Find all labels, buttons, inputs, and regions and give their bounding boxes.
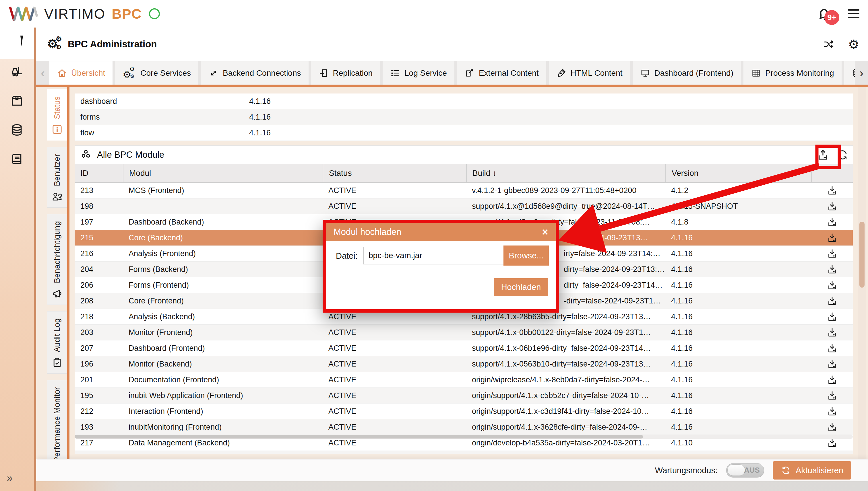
- module-row-212[interactable]: 212Interaction (Frontend)ACTIVEorigin/su…: [75, 404, 853, 419]
- component-row[interactable]: dashboard4.1.16: [75, 93, 853, 109]
- download-icon: [827, 374, 838, 385]
- module-table-header: IDModulStatusBuild ↓Version: [75, 164, 853, 183]
- dialog-titlebar: Modul hochladen ×: [326, 223, 556, 241]
- refresh-icon[interactable]: [836, 149, 849, 161]
- module-row-219[interactable]: 219Data Management (Backend)ACTIVEorigin…: [75, 451, 853, 454]
- column-header-actions[interactable]: [811, 164, 853, 182]
- vertical-scrollbar-thumb[interactable]: [859, 222, 865, 288]
- accent-rule: [36, 85, 868, 87]
- download-icon[interactable]: [827, 232, 838, 243]
- download-icon[interactable]: [827, 311, 838, 322]
- expand-icon: [208, 68, 219, 78]
- tabs-scroll-right-button[interactable]: ›: [855, 61, 868, 85]
- download-icon[interactable]: [827, 390, 838, 401]
- download-icon[interactable]: [827, 280, 838, 291]
- download-icon[interactable]: [827, 406, 838, 417]
- tab-external-content[interactable]: External Content: [457, 61, 546, 85]
- database-icon[interactable]: [10, 123, 24, 137]
- menu-icon[interactable]: [847, 8, 861, 20]
- horizontal-scrollbar-thumb[interactable]: [75, 435, 643, 438]
- footer-bar: Wartungsmodus: AUS Aktualisieren: [37, 459, 868, 481]
- notifications-button[interactable]: 9+: [815, 4, 835, 24]
- download-icon[interactable]: [827, 185, 838, 196]
- cell-modul: Forms (Frontend): [123, 281, 323, 290]
- column-header-status[interactable]: Status: [323, 164, 466, 182]
- module-row-201[interactable]: 201Documentation (Frontend)ACTIVEorigin/…: [75, 372, 853, 388]
- tab-core-services[interactable]: ⚙⚙⚙Core Services: [115, 61, 198, 85]
- module-row-195[interactable]: 195inubit Web Application (Frontend)ACTI…: [75, 388, 853, 404]
- download-icon[interactable]: [827, 453, 838, 454]
- component-row[interactable]: flow4.1.16: [75, 125, 853, 141]
- tab-label: Process Monitoring: [765, 68, 834, 78]
- download-icon[interactable]: [827, 295, 838, 306]
- cell-version: 4.1.16: [666, 359, 811, 369]
- tab-label: Core Services: [140, 68, 191, 78]
- bpc-admin-app: VIRTIMO BPC 9+ » ⚙⚙⚙ BPC Admin: [0, 0, 868, 491]
- settings-gear-icon[interactable]: ⚙: [848, 37, 859, 52]
- side-tab-audit-log[interactable]: Audit Log: [47, 311, 67, 374]
- megaphone-icon: [51, 288, 63, 299]
- cell-status: ACTIVE: [323, 407, 466, 416]
- package-icon[interactable]: [10, 93, 24, 108]
- module-row-213[interactable]: 213MCS (Frontend)ACTIVEv.4.1.2-1-gbbec08…: [75, 183, 853, 199]
- cell-modul: Analysis (Frontend): [123, 249, 323, 258]
- cell-status: ACTIVE: [323, 438, 466, 447]
- download-icon: [827, 422, 838, 433]
- maintenance-mode-toggle[interactable]: AUS: [726, 463, 764, 478]
- download-icon[interactable]: [827, 374, 838, 385]
- cell-version: 4.1.8: [666, 218, 811, 227]
- module-row-193[interactable]: 193inubitMonitoring (Frontend)ACTIVEorig…: [75, 419, 853, 435]
- file-name-input[interactable]: [363, 247, 509, 264]
- column-header-id[interactable]: ID: [75, 164, 123, 182]
- refresh-button[interactable]: Aktualisieren: [773, 461, 851, 480]
- tab-process-monitoring[interactable]: Process Monitoring: [743, 61, 842, 85]
- download-icon[interactable]: [827, 201, 838, 212]
- module-row-198[interactable]: 198ACTIVEsupport/4.1.x@1d568e9@dirty=tru…: [75, 199, 853, 214]
- cubes-icon: [80, 149, 92, 161]
- component-row[interactable]: forms4.1.16: [75, 109, 853, 125]
- download-icon: [827, 358, 838, 369]
- side-tab-status[interactable]: Status: [47, 89, 67, 141]
- module-row-207[interactable]: 207Dashboard (Frontend)ACTIVEsupport/4.1…: [75, 341, 853, 356]
- page-bottom-strip: [0, 481, 868, 491]
- column-header-version[interactable]: Version: [666, 164, 811, 182]
- shuffle-icon[interactable]: [822, 37, 836, 51]
- download-icon[interactable]: [827, 422, 838, 433]
- cell-id: 196: [75, 359, 123, 369]
- toggle-state-label: AUS: [744, 466, 760, 475]
- cell-id: 218: [75, 312, 123, 321]
- tab-html-content[interactable]: HTML Content: [549, 61, 630, 85]
- component-name: forms: [75, 113, 249, 122]
- column-header-modul[interactable]: Modul: [123, 164, 323, 182]
- download-icon: [827, 343, 838, 354]
- side-tab-benachrichtigung[interactable]: Benachrichtigung: [47, 214, 67, 305]
- cell-build: support/4.1.x-0563b10-dirty=false-2024-0…: [466, 359, 666, 369]
- module-row-203[interactable]: 203Monitor (Frontend)ACTIVEsupport/4.1.x…: [75, 325, 853, 341]
- tabs-scroll-left-button[interactable]: ‹: [36, 61, 49, 85]
- tab-data[interactable]: Data: [844, 61, 855, 85]
- collapse-rail-button[interactable]: »: [7, 472, 12, 484]
- tab-dashboard-frontend[interactable]: Dashboard (Frontend): [633, 61, 741, 85]
- page-title: BPC Administration: [68, 39, 157, 50]
- close-icon[interactable]: ×: [542, 227, 548, 237]
- download-icon[interactable]: [827, 358, 838, 369]
- upload-submit-button[interactable]: Hochladen: [494, 278, 548, 296]
- side-tab-benutzer[interactable]: Benutzer: [47, 147, 67, 208]
- download-icon[interactable]: [827, 264, 838, 275]
- download-icon[interactable]: [827, 437, 838, 448]
- download-icon[interactable]: [827, 248, 838, 259]
- column-header-build[interactable]: Build ↓: [466, 164, 666, 182]
- forklift-icon[interactable]: [10, 64, 24, 79]
- tab-replication[interactable]: Replication: [311, 61, 380, 85]
- tab-bersicht[interactable]: Übersicht: [49, 61, 112, 85]
- browse-button[interactable]: Browse...: [504, 246, 549, 266]
- book-icon[interactable]: [10, 152, 24, 166]
- upload-icon[interactable]: [817, 149, 829, 161]
- download-icon[interactable]: [827, 216, 838, 227]
- download-icon: [827, 453, 838, 454]
- download-icon[interactable]: [827, 343, 838, 354]
- tab-log-service[interactable]: Log Service: [383, 61, 454, 85]
- module-row-196[interactable]: 196Monitor (Backend)ACTIVEsupport/4.1.x-…: [75, 356, 853, 372]
- tab-backend-connections[interactable]: Backend Connections: [201, 61, 308, 85]
- download-icon[interactable]: [827, 327, 838, 338]
